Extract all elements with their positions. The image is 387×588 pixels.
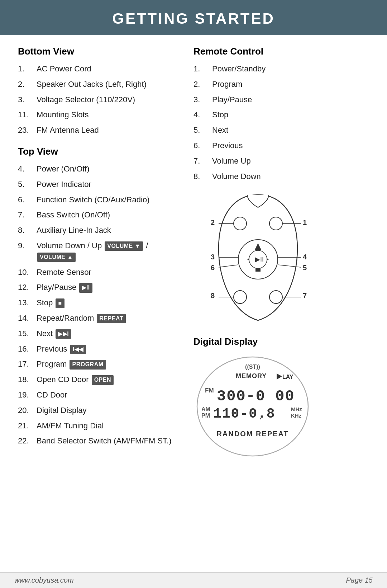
item-text: Repeat/Random REPEAT (37, 313, 183, 324)
item-text: Stop ■ (37, 297, 183, 309)
svg-text:1: 1 (303, 218, 307, 226)
svg-text:5: 5 (303, 264, 307, 272)
item-text: Function Switch (CD/Aux/Radio) (37, 194, 183, 206)
svg-text:•: • (260, 417, 261, 421)
page-footer: www.cobyusa.com Page 15 (0, 572, 387, 588)
list-item: 3. Play/Pause (194, 94, 373, 105)
page-header: GETTING STARTED (0, 0, 387, 35)
left-column: Bottom View 1. AC Power Cord 2. Speaker … (18, 46, 183, 460)
item-text: Power (On/Off) (37, 164, 183, 175)
item-text: AM/FM Tuning Dial (37, 420, 183, 432)
item-text: Digital Display (37, 405, 183, 416)
item-num: 2. (18, 79, 37, 90)
item-num: 14. (18, 313, 37, 324)
digital-display-svg: ((ST)) MEMORY LAY FM 300-0 00 (194, 354, 312, 460)
svg-point-0 (269, 217, 282, 230)
program-badge: PROGRAM (70, 360, 106, 369)
list-item: 2. Program (194, 79, 373, 90)
item-num: 7. (194, 156, 212, 167)
svg-text:KHz: KHz (291, 413, 302, 419)
item-num: 8. (194, 171, 212, 182)
item-num: 3. (18, 94, 37, 105)
item-text: Next (212, 125, 373, 136)
remote-svg: ▶II 2 3 6 8 1 (201, 188, 315, 324)
list-item: 13. Stop ■ (18, 297, 183, 309)
item-text: Auxiliary Line-In Jack (37, 225, 183, 236)
svg-point-1 (234, 217, 247, 230)
digital-display-section: Digital Display ((ST)) MEMORY LAY (194, 336, 373, 460)
playpause-badge: ▶II (79, 283, 92, 292)
svg-text:PM: PM (201, 413, 210, 419)
svg-text:2: 2 (211, 218, 215, 226)
list-item: 15. Next ▶▶I (18, 328, 183, 339)
item-text: Power/Standby (212, 63, 373, 75)
list-item: 21. AM/FM Tuning Dial (18, 420, 183, 432)
list-item: 22. Band Selector Switch (AM/FM/FM ST.) (18, 436, 183, 447)
top-view-title: Top View (18, 146, 183, 157)
item-num: 4. (18, 164, 37, 175)
list-item: 4. Power (On/Off) (18, 164, 183, 175)
next-badge: ▶▶I (56, 329, 71, 339)
item-num: 21. (18, 420, 37, 432)
svg-point-9 (234, 291, 247, 304)
page-title: GETTING STARTED (0, 10, 387, 27)
item-num: 20. (18, 405, 37, 416)
list-item: 8. Volume Down (194, 171, 373, 182)
volume-up-badge: VOLUME ▲ (37, 253, 76, 262)
list-item: 20. Digital Display (18, 405, 183, 416)
list-item: 5. Next (194, 125, 373, 136)
list-item: 16. Previous I◀◀ (18, 344, 183, 355)
item-num: 22. (18, 436, 37, 447)
item-num: 16. (18, 344, 37, 355)
svg-text:LAY: LAY (282, 374, 293, 380)
item-text: Mounting Slots (37, 109, 183, 121)
list-item: 10. Remote Sensor (18, 267, 183, 278)
svg-text:8: 8 (211, 292, 215, 300)
svg-text:((ST)): ((ST)) (245, 364, 260, 370)
item-text: Program PROGRAM (37, 359, 183, 370)
item-num: 10. (18, 267, 37, 278)
list-item: 3. Voltage Selector (110/220V) (18, 94, 183, 105)
list-item: 9. Volume Down / Up VOLUME ▼ / VOLUME ▲ (18, 240, 183, 263)
list-item: 1. Power/Standby (194, 63, 373, 75)
item-num: 13. (18, 297, 37, 309)
item-text: Program (212, 79, 373, 90)
item-text: Previous I◀◀ (37, 344, 183, 355)
item-num: 4. (194, 109, 212, 121)
list-item: 8. Auxiliary Line-In Jack (18, 225, 183, 236)
list-item: 23. FM Antenna Lead (18, 125, 183, 136)
list-item: 7. Bass Switch (On/Off) (18, 210, 183, 221)
list-item: 7. Volume Up (194, 156, 373, 167)
list-item: 19. CD Door (18, 390, 183, 401)
item-text: Volume Up (212, 156, 373, 167)
remote-diagram: ▶II 2 3 6 8 1 (201, 188, 373, 325)
stop-badge: ■ (56, 298, 64, 308)
list-item: 17. Program PROGRAM (18, 359, 183, 370)
item-text: Play/Pause ▶II (37, 282, 183, 293)
item-text: Speaker Out Jacks (Left, Right) (37, 79, 183, 90)
item-num: 23. (18, 125, 37, 136)
svg-point-10 (269, 291, 282, 304)
repeat-badge: REPEAT (97, 314, 126, 323)
item-num: 5. (18, 179, 37, 190)
item-text: CD Door (37, 390, 183, 401)
item-text: FM Antenna Lead (37, 125, 183, 136)
svg-text:FM: FM (205, 387, 214, 394)
item-num: 2. (194, 79, 212, 90)
svg-text:4: 4 (303, 253, 307, 261)
list-item: 12. Play/Pause ▶II (18, 282, 183, 293)
item-text: Open CD Door OPEN (37, 374, 183, 385)
item-text: Volume Down / Up VOLUME ▼ / VOLUME ▲ (37, 240, 183, 263)
svg-text:6: 6 (211, 264, 215, 272)
footer-url: www.cobyusa.com (14, 576, 74, 584)
main-content: Bottom View 1. AC Power Cord 2. Speaker … (0, 35, 387, 467)
svg-text:300-0  00: 300-0 00 (217, 388, 295, 405)
svg-text:MHz: MHz (291, 406, 302, 412)
list-item: 1. AC Power Cord (18, 63, 183, 75)
item-num: 12. (18, 282, 37, 293)
item-text: Bass Switch (On/Off) (37, 210, 183, 221)
list-item: 4. Stop (194, 109, 373, 121)
list-item: 5. Power Indicator (18, 179, 183, 190)
bottom-view-title: Bottom View (18, 46, 183, 57)
list-item: 6. Previous (194, 140, 373, 151)
